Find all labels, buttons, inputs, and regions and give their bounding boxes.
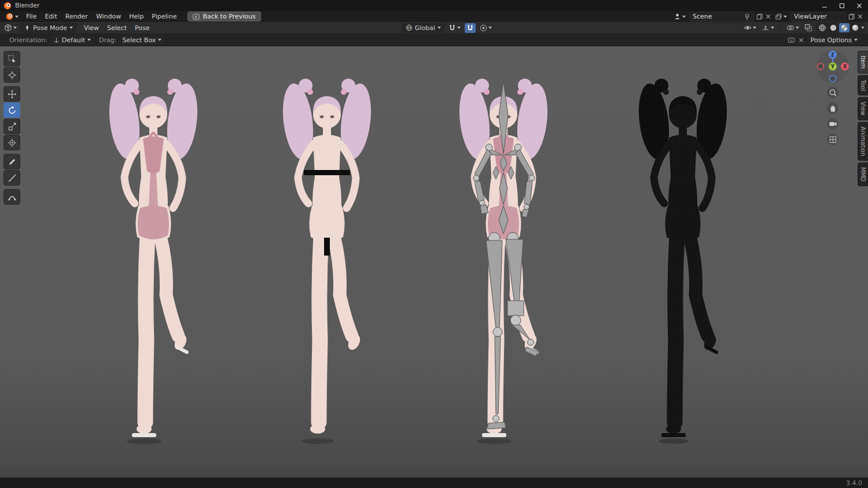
model-character-censored[interactable] bbox=[269, 68, 385, 450]
scale-tool[interactable] bbox=[3, 119, 20, 134]
app-menu-button[interactable] bbox=[2, 13, 22, 20]
menu-pose[interactable]: Pose bbox=[131, 24, 153, 32]
menu-pipeline[interactable]: Pipeline bbox=[148, 12, 181, 21]
3d-viewport[interactable]: Z X Y bbox=[0, 46, 868, 478]
new-viewlayer-icon[interactable] bbox=[848, 13, 855, 20]
viewlayer-dropdown[interactable] bbox=[773, 12, 789, 21]
shading-wireframe-button[interactable] bbox=[817, 23, 827, 32]
model-character-swimsuit[interactable] bbox=[95, 68, 211, 450]
tab-view[interactable]: View bbox=[858, 97, 868, 120]
shading-solid-button[interactable] bbox=[828, 23, 838, 32]
tool-settings-bar: Orientation: Default Drag: Select Box Po… bbox=[0, 34, 868, 46]
move-tool[interactable] bbox=[3, 86, 20, 102]
chevron-down-icon bbox=[87, 39, 91, 41]
drag-label: Drag: bbox=[99, 36, 116, 44]
shading-material-button[interactable] bbox=[839, 23, 849, 32]
menu-view[interactable]: View bbox=[80, 24, 103, 32]
annotate-tool[interactable] bbox=[3, 154, 20, 169]
axes-icon bbox=[53, 37, 60, 43]
menu-window[interactable]: Window bbox=[92, 12, 125, 21]
object-visibility-icon bbox=[744, 24, 752, 32]
drag-mode-value: Select Box bbox=[122, 36, 156, 44]
select-box-icon bbox=[8, 54, 17, 64]
menu-select[interactable]: Select bbox=[103, 24, 131, 32]
model-character-armature[interactable] bbox=[446, 68, 561, 450]
annotate-pen-icon bbox=[8, 157, 17, 167]
minimize-button[interactable] bbox=[816, 0, 833, 11]
menu-edit[interactable]: Edit bbox=[41, 12, 61, 21]
zoom-button[interactable] bbox=[827, 87, 838, 98]
keymap-icon[interactable] bbox=[788, 36, 795, 44]
transform-tool[interactable] bbox=[3, 135, 20, 150]
tab-tool[interactable]: Tool bbox=[858, 75, 868, 95]
move-icon bbox=[8, 90, 17, 99]
mode-selector[interactable]: Pose Mode bbox=[20, 23, 76, 33]
tab-mmd[interactable]: MMD bbox=[858, 162, 868, 186]
cursor-tool[interactable] bbox=[3, 67, 20, 83]
blender-logo-icon bbox=[3, 2, 12, 10]
chevron-down-icon bbox=[158, 39, 161, 41]
model-character-wireframe[interactable] bbox=[625, 68, 741, 450]
orientation-label: Orientation: bbox=[9, 36, 47, 44]
chevron-down-icon bbox=[69, 27, 73, 29]
workspace-profile-icon bbox=[674, 13, 681, 20]
snap-toggle[interactable] bbox=[465, 23, 476, 33]
chevron-down-icon bbox=[13, 27, 17, 29]
pose-curve-icon bbox=[8, 193, 17, 202]
pan-button[interactable] bbox=[827, 102, 838, 114]
unlink-scene-icon[interactable] bbox=[765, 13, 771, 20]
pose-options-label: Pose Options bbox=[811, 36, 852, 44]
snap-on-icon bbox=[466, 24, 474, 32]
scene-selector[interactable]: Scene bbox=[689, 12, 754, 21]
navigation-gizmo[interactable]: Z X Y bbox=[816, 50, 849, 83]
tab-animation[interactable]: Animation bbox=[858, 122, 868, 161]
gizmos-dropdown[interactable] bbox=[760, 23, 776, 33]
shading-rendered-button[interactable] bbox=[850, 23, 860, 32]
divider bbox=[780, 24, 781, 32]
pin-icon[interactable] bbox=[744, 13, 751, 20]
new-scene-icon[interactable] bbox=[756, 13, 763, 20]
drag-mode-dropdown[interactable]: Select Box bbox=[119, 35, 165, 45]
chevron-down-icon bbox=[796, 27, 799, 29]
blender-version: 3.4.0 bbox=[846, 479, 868, 487]
menu-help[interactable]: Help bbox=[125, 12, 148, 21]
object-visibility-dropdown[interactable] bbox=[742, 23, 758, 33]
back-to-previous-button[interactable]: Back to Previous bbox=[187, 12, 260, 21]
close-button[interactable] bbox=[851, 0, 868, 11]
back-to-previous-label: Back to Previous bbox=[203, 13, 255, 20]
editor-type-dropdown[interactable] bbox=[2, 23, 19, 33]
chevron-down-icon bbox=[437, 27, 441, 29]
snapping-dropdown[interactable] bbox=[447, 23, 462, 33]
toggle-projection-button[interactable] bbox=[827, 134, 838, 145]
measure-tool[interactable] bbox=[3, 170, 20, 186]
proportional-editing-dropdown[interactable] bbox=[478, 23, 494, 33]
orientation-default-dropdown[interactable]: Default bbox=[50, 35, 94, 45]
3d-cursor-icon bbox=[8, 71, 17, 80]
orientation-default-value: Default bbox=[62, 36, 85, 44]
camera-view-button[interactable] bbox=[827, 118, 838, 130]
overlays-dropdown[interactable] bbox=[785, 23, 801, 33]
title-bar: Blender bbox=[0, 0, 868, 11]
viewlayer-selector[interactable]: ViewLayer bbox=[790, 12, 846, 21]
maximize-button[interactable] bbox=[833, 0, 851, 11]
transform-orientation-dropdown[interactable]: Global bbox=[402, 23, 444, 33]
orientation-globe-icon bbox=[406, 24, 413, 31]
chevron-down-icon bbox=[682, 16, 686, 18]
editor-3d-viewport-icon bbox=[4, 24, 12, 32]
select-box-tool[interactable] bbox=[3, 51, 20, 66]
rotate-tool[interactable] bbox=[3, 102, 20, 118]
rotate-icon bbox=[8, 106, 17, 115]
pose-breakdowner-tool[interactable] bbox=[3, 189, 20, 205]
top-menu-bar: File Edit Render Window Help Pipeline Ba… bbox=[0, 11, 868, 22]
workspace-dropdown[interactable] bbox=[672, 12, 687, 21]
close-settings-icon[interactable] bbox=[798, 37, 804, 43]
menu-file[interactable]: File bbox=[22, 12, 41, 21]
remove-viewlayer-icon[interactable] bbox=[857, 13, 863, 20]
tab-item[interactable]: Item bbox=[858, 51, 868, 73]
camera-view-icon bbox=[829, 120, 837, 128]
menu-render[interactable]: Render bbox=[61, 12, 92, 21]
minimize-icon bbox=[822, 3, 827, 9]
pose-options-dropdown[interactable]: Pose Options bbox=[807, 35, 861, 45]
chevron-down-icon bbox=[784, 16, 787, 18]
xray-toggle[interactable] bbox=[803, 23, 814, 33]
